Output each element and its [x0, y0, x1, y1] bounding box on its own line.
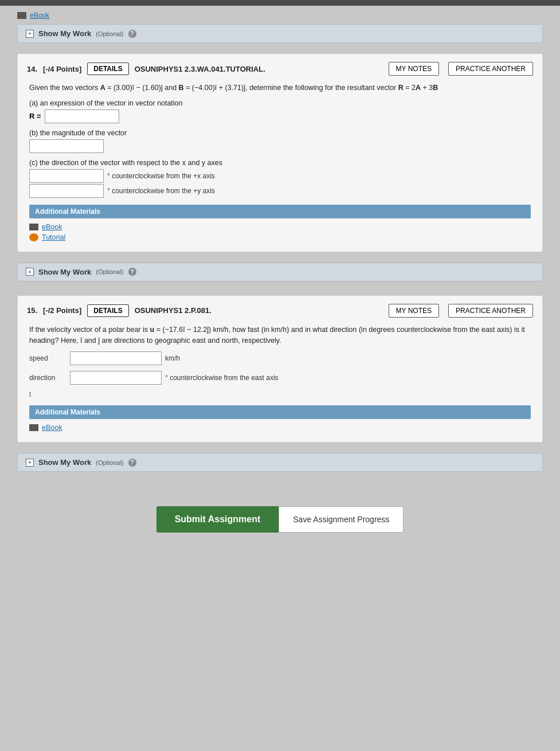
- q15-direction-unit: ° counterclockwise from the east axis: [165, 374, 279, 382]
- info-icon-top[interactable]: ?: [128, 30, 136, 38]
- q14-additional-materials-bar: Additional Materials: [29, 205, 531, 218]
- q14-ccw-y-label: ° counterclockwise from the +y axis: [107, 187, 215, 195]
- show-my-work-bar-q14-bottom: + Show My Work (Optional) ?: [17, 263, 543, 281]
- show-my-work-bar-top: + Show My Work (Optional) ?: [17, 24, 543, 43]
- q15-speed-answer-row: speed km/h: [29, 351, 531, 365]
- q14-tutorial-link[interactable]: Tutorial: [29, 233, 531, 241]
- q14-ccw-y-row: ° counterclockwise from the +y axis: [29, 184, 531, 198]
- q15-code: OSUNIPHYS1 2.P.081.: [135, 306, 212, 315]
- q15-speed-label: speed: [29, 354, 66, 362]
- q15-points: [-/2 Points]: [43, 306, 81, 315]
- question-15-block: 15. [-/2 Points] DETAILS OSUNIPHYS1 2.P.…: [17, 295, 543, 443]
- q14-part-b-row: [29, 139, 531, 153]
- q14-code: OSUNIPHYS1 2.3.WA.041.TUTORIAL.: [135, 65, 265, 73]
- q14-practice-another-button[interactable]: PRACTICE ANOTHER: [448, 62, 533, 76]
- q15-details-button[interactable]: DETAILS: [87, 304, 128, 317]
- show-my-work-bar-q15-bottom: + Show My Work (Optional) ?: [17, 453, 543, 472]
- q14-my-notes-button[interactable]: MY NOTES: [389, 62, 439, 76]
- q14-points: [-/4 Points]: [43, 65, 81, 73]
- q14-ccw-y-input[interactable]: [29, 184, 104, 198]
- q15-number: 15.: [27, 306, 37, 315]
- q14-number: 14.: [27, 65, 37, 73]
- q14-part-a-label: (a) an expression of the vector in vecto…: [29, 99, 531, 107]
- q14-tutorial-icon: [29, 233, 38, 241]
- q14-text: Given the two vectors A = (3.00)î − (1.6…: [29, 83, 531, 93]
- question-14-block: 14. [-/4 Points] DETAILS OSUNIPHYS1 2.3.…: [17, 53, 543, 252]
- q14-ccw-x-row: ° counterclockwise from the +x axis: [29, 169, 531, 183]
- q15-speed-row: speed km/h: [29, 351, 531, 365]
- q14-ebook-link[interactable]: eBook: [29, 223, 531, 231]
- q14-part-b-label: (b) the magnitude of the vector: [29, 129, 531, 137]
- q14-body: Given the two vectors A = (3.00)î − (1.6…: [27, 83, 533, 241]
- q15-direction-row: direction ° counterclockwise from the ea…: [29, 371, 531, 385]
- ebook-top-link[interactable]: eBook: [30, 11, 49, 19]
- q14-ebook-label: eBook: [42, 223, 62, 231]
- info-icon-q14-bottom[interactable]: ?: [128, 268, 136, 276]
- expand-icon-q14-bottom[interactable]: +: [26, 268, 34, 276]
- q15-t-note: t: [29, 390, 531, 398]
- save-assignment-button[interactable]: Save Assignment Progress: [279, 506, 404, 533]
- q15-direction-answer-row: direction ° counterclockwise from the ea…: [29, 371, 531, 385]
- q14-ebook-icon: [29, 224, 38, 230]
- expand-icon-top[interactable]: +: [26, 30, 34, 38]
- q14-part-a-input[interactable]: [45, 109, 119, 123]
- info-icon-q15-bottom[interactable]: ?: [128, 459, 136, 467]
- q14-ccw-x-input[interactable]: [29, 169, 104, 183]
- q15-text: If the velocity vector of a polar bear i…: [29, 324, 531, 346]
- show-my-work-label-q15-bottom: Show My Work: [38, 458, 91, 467]
- q15-practice-another-button[interactable]: PRACTICE ANOTHER: [448, 304, 533, 318]
- q14-part-a-row: R =: [29, 109, 531, 123]
- q15-ebook-link[interactable]: eBook: [29, 424, 531, 432]
- q15-speed-unit: km/h: [165, 354, 180, 362]
- q14-part-b-input[interactable]: [29, 139, 104, 153]
- q15-direction-label: direction: [29, 374, 66, 382]
- q14-part-a: (a) an expression of the vector in vecto…: [29, 99, 531, 123]
- q15-ebook-icon: [29, 424, 38, 431]
- q15-additional-materials-bar: Additional Materials: [29, 405, 531, 419]
- q14-part-c-label: (c) the direction of the vector with res…: [29, 159, 531, 167]
- optional-label-q15-bottom: (Optional): [96, 459, 123, 466]
- q15-body: If the velocity vector of a polar bear i…: [27, 324, 533, 432]
- q15-ebook-label: eBook: [42, 424, 62, 432]
- q14-part-b: (b) the magnitude of the vector: [29, 129, 531, 153]
- question-15-header: 15. [-/2 Points] DETAILS OSUNIPHYS1 2.P.…: [27, 304, 533, 318]
- q15-my-notes-button[interactable]: MY NOTES: [389, 304, 439, 318]
- q14-tutorial-label: Tutorial: [42, 233, 65, 241]
- optional-label-q14-bottom: (Optional): [96, 268, 123, 275]
- ebook-icon: [17, 12, 26, 19]
- q15-speed-input[interactable]: [70, 351, 162, 365]
- show-my-work-label-top: Show My Work: [38, 29, 91, 38]
- q14-part-c: (c) the direction of the vector with res…: [29, 159, 531, 198]
- expand-icon-q15-bottom[interactable]: +: [26, 459, 34, 467]
- optional-label-top: (Optional): [96, 30, 123, 37]
- show-my-work-label-q14-bottom: Show My Work: [38, 268, 91, 276]
- q14-r-label: R =: [29, 112, 41, 120]
- q14-details-button[interactable]: DETAILS: [87, 62, 128, 75]
- q15-direction-input[interactable]: [70, 371, 162, 385]
- q14-ccw-x-label: ° counterclockwise from the +x axis: [107, 172, 215, 180]
- question-14-header: 14. [-/4 Points] DETAILS OSUNIPHYS1 2.3.…: [27, 62, 533, 76]
- footer-section: Submit Assignment Save Assignment Progre…: [17, 495, 543, 550]
- submit-assignment-button[interactable]: Submit Assignment: [156, 506, 279, 533]
